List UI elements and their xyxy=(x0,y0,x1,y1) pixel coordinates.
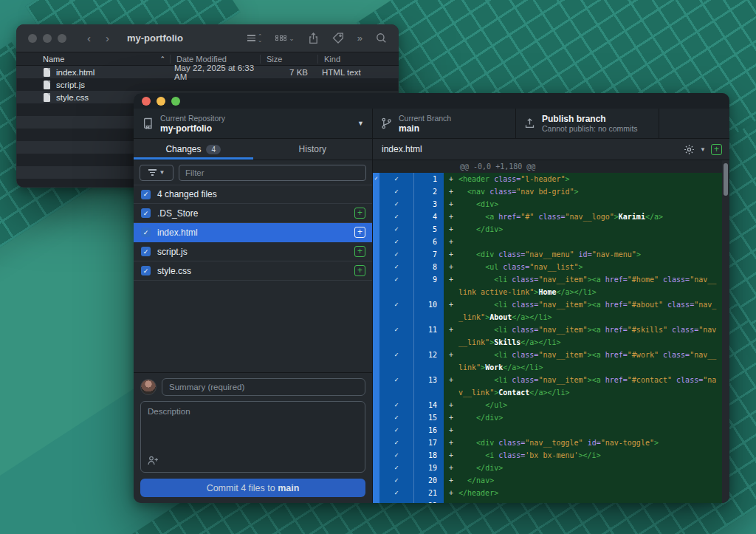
line-included-checkbox[interactable]: ✓ xyxy=(379,236,413,248)
diff-line[interactable]: ✓21+</header> xyxy=(373,487,722,499)
diff-line[interactable]: ✓22+ xyxy=(373,499,722,503)
close-icon[interactable] xyxy=(28,34,37,43)
hunk-select-strip[interactable] xyxy=(373,324,379,349)
file-checkbox[interactable]: ✓ xyxy=(141,208,151,218)
diff-line[interactable]: ✓10+ <li class="nav__item"><a href="#abo… xyxy=(373,298,722,324)
line-included-checkbox[interactable]: ✓ xyxy=(379,462,413,474)
more-toolbar-button[interactable]: » xyxy=(357,32,362,44)
hunk-select-strip[interactable] xyxy=(373,399,379,411)
summary-input[interactable] xyxy=(162,378,365,396)
diff-scrollbar-thumb[interactable] xyxy=(724,163,728,196)
line-included-checkbox[interactable]: ✓ xyxy=(379,261,413,273)
file-checkbox[interactable]: ✓ xyxy=(141,266,151,275)
select-all-checkbox[interactable]: ✓ xyxy=(141,190,151,199)
github-traffic-lights[interactable] xyxy=(142,97,180,106)
minimize-icon[interactable] xyxy=(157,97,165,106)
diff-scrollbar[interactable] xyxy=(722,160,729,503)
view-list-button[interactable]: ⌃⌄ xyxy=(247,33,262,43)
hunk-select-strip[interactable] xyxy=(373,449,379,462)
diff-line[interactable]: ✓✓1+<header class="l-header"> xyxy=(373,173,722,185)
line-included-checkbox[interactable]: ✓ xyxy=(379,223,413,236)
search-button[interactable] xyxy=(376,32,387,44)
hunk-select-strip[interactable] xyxy=(373,437,379,449)
finder-file-row[interactable]: index.htmlMay 22, 2025 at 6:33 AM7 KBHTM… xyxy=(16,66,399,78)
changed-files-header[interactable]: ✓ 4 changed files xyxy=(134,185,372,204)
hunk-select-strip[interactable] xyxy=(373,499,379,503)
current-repository-button[interactable]: Current Repository my-portfolio ▼ xyxy=(134,109,373,138)
group-button[interactable]: ⌄ xyxy=(275,35,295,42)
hunk-select-strip[interactable] xyxy=(373,261,379,273)
column-header-name[interactable]: Name ⌃ xyxy=(16,55,170,64)
finder-traffic-lights[interactable] xyxy=(28,34,66,43)
line-included-checkbox[interactable]: ✓ xyxy=(379,437,413,449)
changed-file-row[interactable]: ✓index.html+ xyxy=(134,223,372,242)
changed-file-row[interactable]: ✓.DS_Store+ xyxy=(134,204,372,223)
hunk-select-strip[interactable] xyxy=(373,411,379,424)
description-textarea[interactable]: Description xyxy=(140,401,365,473)
line-included-checkbox[interactable]: ✓ xyxy=(379,487,413,499)
github-titlebar[interactable] xyxy=(134,93,729,109)
forward-button[interactable]: › xyxy=(106,32,109,44)
hunk-select-strip[interactable] xyxy=(373,248,379,261)
line-included-checkbox[interactable]: ✓ xyxy=(379,248,413,261)
gear-icon[interactable] xyxy=(684,144,695,155)
line-included-checkbox[interactable]: ✓ xyxy=(379,499,413,503)
diff-line[interactable]: ✓9+ <li class="nav__item"><a href="#home… xyxy=(373,273,722,298)
diff-line[interactable]: ✓12+ <li class="nav__item"><a href="#wor… xyxy=(373,349,722,374)
hunk-select-strip[interactable] xyxy=(373,487,379,499)
hunk-select-strip[interactable] xyxy=(373,185,379,198)
hunk-select-strip[interactable] xyxy=(373,198,379,210)
line-included-checkbox[interactable]: ✓ xyxy=(379,185,413,198)
hunk-select-strip[interactable] xyxy=(373,462,379,474)
diff-line[interactable]: ✓7+ <div class="nav__menu" id="nav-menu"… xyxy=(373,248,722,261)
zoom-icon[interactable] xyxy=(58,34,66,43)
diff-line[interactable]: ✓5+ </div> xyxy=(373,223,722,236)
commit-button[interactable]: Commit 4 files to main xyxy=(140,479,365,497)
add-coauthor-icon[interactable] xyxy=(148,456,159,467)
hunk-select-strip[interactable] xyxy=(373,474,379,487)
line-included-checkbox[interactable]: ✓ xyxy=(379,424,413,437)
diff-line[interactable]: ✓8+ <ul class="nav__list"> xyxy=(373,261,722,273)
share-button[interactable] xyxy=(308,32,319,44)
minimize-icon[interactable] xyxy=(43,34,52,43)
line-included-checkbox[interactable]: ✓ xyxy=(379,298,413,324)
diff-line[interactable]: ✓13+ <li class="nav__item"><a href="#con… xyxy=(373,374,722,399)
diff-line[interactable]: ✓2+ <nav class="nav bd-grid"> xyxy=(373,185,722,198)
chevron-down-icon[interactable]: ▼ xyxy=(700,146,706,153)
diff-line[interactable]: ✓4+ <a href="#" class="nav__logo">Karimi… xyxy=(373,210,722,223)
line-included-checkbox[interactable]: ✓ xyxy=(379,349,413,374)
tags-button[interactable] xyxy=(332,32,344,44)
zoom-icon[interactable] xyxy=(171,97,180,106)
diff-view[interactable]: @@ -0,0 +1,180 @@ ✓✓1+<header class="l-h… xyxy=(373,160,729,503)
line-included-checkbox[interactable]: ✓ xyxy=(379,411,413,424)
line-included-checkbox[interactable]: ✓ xyxy=(379,449,413,462)
tab-history[interactable]: History xyxy=(253,139,373,160)
line-included-checkbox[interactable]: ✓ xyxy=(379,474,413,487)
line-included-checkbox[interactable]: ✓ xyxy=(379,173,413,185)
publish-branch-button[interactable]: Publish branch Cannot publish: no commit… xyxy=(516,109,659,138)
line-included-checkbox[interactable]: ✓ xyxy=(379,374,413,399)
hunk-header[interactable]: @@ -0,0 +1,180 @@ xyxy=(373,160,722,173)
file-checkbox[interactable]: ✓ xyxy=(141,247,151,256)
hunk-select-strip[interactable] xyxy=(373,273,379,298)
diff-line[interactable]: ✓18+ <i class='bx bx-menu'></i> xyxy=(373,449,722,462)
changed-file-row[interactable]: ✓script.js+ xyxy=(134,242,372,261)
line-included-checkbox[interactable]: ✓ xyxy=(379,198,413,210)
diff-line[interactable]: ✓3+ <div> xyxy=(373,198,722,210)
diff-line[interactable]: ✓19+ </div> xyxy=(373,462,722,474)
diff-line[interactable]: ✓15+ </div> xyxy=(373,411,722,424)
finder-titlebar[interactable]: ‹ › my-portfolio ⌃⌄ ⌄ » xyxy=(16,24,399,52)
tab-changes[interactable]: Changes 4 xyxy=(134,139,253,160)
hunk-select-strip[interactable] xyxy=(373,210,379,223)
hunk-select-strip[interactable] xyxy=(373,236,379,248)
diff-line[interactable]: ✓17+ <div class="nav__toggle" id="nav-to… xyxy=(373,437,722,449)
hunk-select-strip[interactable]: ✓ xyxy=(373,173,379,185)
hunk-select-strip[interactable] xyxy=(373,298,379,324)
line-included-checkbox[interactable]: ✓ xyxy=(379,399,413,411)
column-header-kind[interactable]: Kind xyxy=(317,55,399,64)
line-included-checkbox[interactable]: ✓ xyxy=(379,324,413,349)
line-included-checkbox[interactable]: ✓ xyxy=(379,273,413,298)
hunk-select-strip[interactable] xyxy=(373,374,379,399)
back-button[interactable]: ‹ xyxy=(87,32,91,44)
diff-line[interactable]: ✓16+ xyxy=(373,424,722,437)
